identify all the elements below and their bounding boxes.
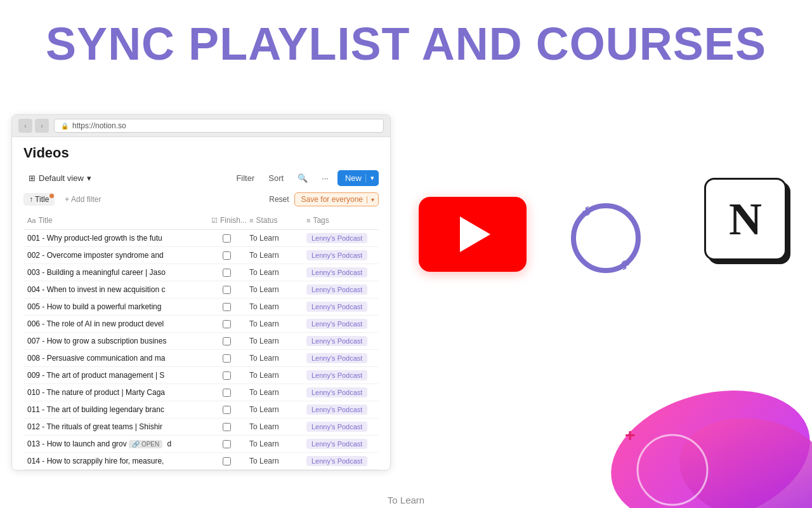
url-bar[interactable]: 🔒 https://notion.so [54, 119, 384, 133]
finish-checkbox[interactable] [223, 457, 231, 465]
finish-checkbox[interactable] [223, 303, 231, 311]
text-icon: Aa [27, 217, 36, 224]
url-text: https://notion.so [72, 121, 126, 130]
tag-badge: Lenny's Podcast [306, 404, 367, 415]
cell-finish[interactable] [207, 454, 246, 469]
svg-text:+: + [625, 425, 635, 445]
cell-finish[interactable] [207, 351, 246, 366]
tag-badge: Lenny's Podcast [306, 387, 367, 398]
cell-tags: Lenny's Podcast [303, 333, 379, 349]
finish-checkbox[interactable] [223, 423, 231, 431]
cell-status: To Learn [246, 385, 303, 400]
table-row: 014 - How to scrappily hire for, measure… [23, 453, 379, 470]
cell-finish[interactable] [207, 283, 246, 297]
table-row: 005 - How to build a powerful marketing … [23, 298, 379, 316]
search-button[interactable]: 🔍 [292, 171, 313, 185]
filter-button[interactable]: Filter [231, 171, 259, 185]
sort-button[interactable]: Sort [263, 171, 289, 185]
add-filter-button[interactable]: + Add filter [60, 193, 106, 206]
sync-circle: ↺ ↺ [571, 203, 641, 273]
browser-topbar: ‹ › 🔒 https://notion.so [12, 115, 390, 137]
cell-status: To Learn [246, 282, 303, 297]
cell-tags: Lenny's Podcast [303, 453, 379, 469]
col-title-label: Title [38, 216, 52, 225]
more-options-button[interactable]: ··· [317, 171, 334, 185]
finish-checkbox[interactable] [223, 234, 231, 243]
cell-title: 003 - Building a meaningful career | Jas… [23, 265, 207, 280]
cell-tags: Lenny's Podcast [303, 367, 379, 384]
table-row: 001 - Why product-led growth is the futu… [23, 230, 379, 247]
cell-tags: Lenny's Podcast [303, 418, 379, 435]
finish-checkbox[interactable] [223, 337, 231, 345]
cell-title: 004 - When to invest in new acquisition … [23, 282, 207, 297]
cell-tags: Lenny's Podcast [303, 316, 379, 332]
cell-title: 013 - How to launch and grov 🔗 OPEN d [23, 436, 207, 451]
youtube-play-icon [460, 217, 490, 252]
table-row: 013 - How to launch and grov 🔗 OPEN d To… [23, 436, 379, 453]
finish-checkbox[interactable] [223, 251, 231, 260]
cell-tags: Lenny's Podcast [303, 298, 379, 315]
cell-status: To Learn [246, 333, 303, 349]
finish-checkbox[interactable] [223, 406, 231, 414]
save-for-everyone-button[interactable]: Save for everyone ▾ [294, 192, 379, 206]
filter-row: ↑ Title + Add filter Reset Save for ever… [23, 192, 379, 206]
new-button[interactable]: New ▾ [337, 170, 379, 186]
cell-finish[interactable] [207, 420, 246, 434]
cell-finish[interactable] [207, 300, 246, 314]
table-row: 008 - Persuasive communication and ma To… [23, 350, 379, 367]
finish-checkbox[interactable] [223, 371, 231, 380]
cell-tags: Lenny's Podcast [303, 247, 379, 264]
cell-tags: Lenny's Podcast [303, 350, 379, 366]
table-row: 009 - The art of product management | S … [23, 367, 379, 384]
view-label: Default view [39, 173, 84, 183]
back-button[interactable]: ‹ [18, 119, 32, 133]
table-icon: ⊞ [29, 173, 36, 183]
forward-button[interactable]: › [35, 119, 49, 133]
cell-finish[interactable] [207, 317, 246, 331]
cell-status: To Learn [246, 351, 303, 366]
cell-title: 001 - Why product-led growth is the futu [23, 231, 207, 246]
table-row: 010 - The nature of product | Marty Caga… [23, 384, 379, 401]
cell-finish[interactable] [207, 231, 246, 246]
title-filter-tag[interactable]: ↑ Title [23, 193, 55, 206]
tag-badge: Lenny's Podcast [306, 456, 367, 466]
cell-status: To Learn [246, 436, 303, 451]
table-row: 004 - When to invest in new acquisition … [23, 281, 379, 298]
finish-checkbox[interactable] [223, 320, 231, 328]
cell-finish[interactable] [207, 248, 246, 263]
cell-finish[interactable] [207, 385, 246, 400]
tags-icon: ≡ [306, 217, 310, 224]
finish-checkbox[interactable] [223, 269, 231, 277]
youtube-bg [419, 197, 527, 272]
sync-icon: ↺ ↺ [571, 203, 641, 273]
cell-finish[interactable] [207, 265, 246, 280]
toolbar-row: ⊞ Default view ▾ Filter Sort 🔍 ··· New ▾ [23, 170, 379, 186]
tag-badge: Lenny's Podcast [306, 353, 367, 363]
cell-finish[interactable] [207, 403, 246, 417]
db-title: Videos [23, 145, 379, 161]
col-title: Aa Title [23, 214, 207, 227]
tag-badge: Lenny's Podcast [306, 336, 367, 346]
table-row: 011 - The art of building legendary bran… [23, 401, 379, 418]
finish-checkbox[interactable] [223, 389, 231, 397]
finish-checkbox[interactable] [223, 286, 231, 294]
finish-checkbox[interactable] [223, 354, 231, 363]
finish-checkbox[interactable] [223, 440, 231, 448]
cell-finish[interactable] [207, 368, 246, 383]
lock-icon: 🔒 [61, 123, 69, 130]
cell-finish[interactable] [207, 437, 246, 451]
table-row: 007 - How to grow a subscription busines… [23, 333, 379, 350]
filter-active-dot [49, 194, 54, 198]
checkbox-icon: ☑ [211, 217, 218, 225]
cell-title: 009 - The art of product management | S [23, 368, 207, 383]
reset-button[interactable]: Reset [269, 195, 289, 204]
cell-finish[interactable] [207, 334, 246, 349]
open-badge: 🔗 OPEN [129, 440, 162, 448]
tag-badge: Lenny's Podcast [306, 233, 367, 243]
new-button-chevron[interactable]: ▾ [365, 174, 379, 182]
save-btn-chevron[interactable]: ▾ [367, 196, 378, 203]
tag-badge: Lenny's Podcast [306, 267, 367, 277]
youtube-icon [419, 197, 527, 272]
cell-title: 005 - How to build a powerful marketing [23, 299, 207, 314]
view-selector[interactable]: ⊞ Default view ▾ [23, 171, 96, 185]
